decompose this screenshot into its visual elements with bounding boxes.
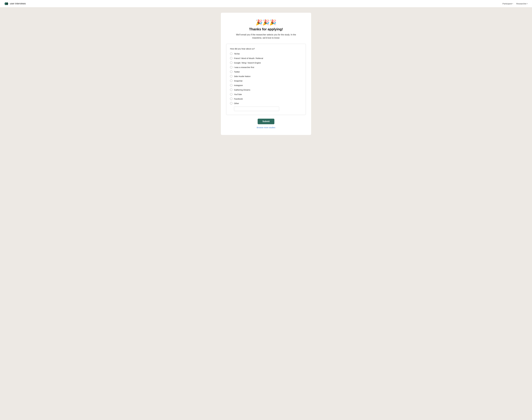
radio-label: Other — [234, 102, 239, 105]
radio-input-tiktok[interactable] — [230, 53, 232, 55]
radio-input-facebook[interactable] — [230, 98, 232, 100]
nav-right: Participant ▾ Researcher ▾ — [502, 2, 528, 5]
radio-input-snapchat[interactable] — [230, 79, 232, 82]
radio-option[interactable]: Google / Bing / Search Engine — [230, 61, 302, 64]
radio-input-youtube[interactable] — [230, 93, 232, 95]
radio-label: Facebook — [234, 98, 243, 100]
navbar: user interviews Participant ▾ Researcher… — [0, 0, 532, 7]
browse-more-link[interactable]: Browse more studies — [226, 126, 306, 129]
card-header: 🎉🎉🎉 Thanks for applying! We'll email you… — [226, 19, 306, 40]
page-content: 🎉🎉🎉 Thanks for applying! We'll email you… — [0, 7, 532, 143]
radio-option[interactable]: Side Hustle Nation — [230, 75, 302, 77]
radio-option[interactable]: Snapchat — [230, 79, 302, 82]
radio-label: TikTok — [234, 53, 240, 55]
celebration-emoji: 🎉🎉🎉 — [226, 19, 306, 26]
radio-label: Instagram — [234, 84, 243, 87]
participant-label: Participant — [502, 2, 512, 5]
radio-option[interactable]: TikTok — [230, 53, 302, 55]
radio-label: Google / Bing / Search Engine — [234, 62, 261, 64]
svg-point-1 — [6, 2, 8, 5]
radio-option[interactable]: YouTube — [230, 93, 302, 95]
radio-input-instagram[interactable] — [230, 84, 232, 87]
radio-option[interactable]: I was a researcher first — [230, 66, 302, 68]
other-text-input[interactable] — [234, 106, 279, 111]
radio-input-i-was-a-researcher-first[interactable] — [230, 66, 232, 68]
radio-label: Friend / Word of Mouth / Referral — [234, 57, 263, 60]
radio-option[interactable]: Friend / Word of Mouth / Referral — [230, 57, 302, 60]
radio-option[interactable]: Twitter — [230, 71, 302, 73]
radio-input-other[interactable] — [230, 102, 232, 105]
radio-input-google-/-bing-/-search-engine[interactable] — [230, 61, 232, 64]
participant-nav-link[interactable]: Participant ▾ — [502, 2, 513, 5]
card-subtitle: We'll email you if the researcher select… — [231, 33, 301, 40]
radio-option[interactable]: Instagram — [230, 84, 302, 87]
radio-label: YouTube — [234, 93, 242, 95]
researcher-nav-link[interactable]: Researcher ▾ — [516, 2, 528, 5]
radio-options-container: TikTokFriend / Word of Mouth / ReferralG… — [230, 53, 302, 111]
main-card: 🎉🎉🎉 Thanks for applying! We'll email you… — [221, 13, 311, 135]
radio-label: I was a researcher first — [234, 66, 254, 68]
researcher-label: Researcher — [516, 2, 527, 5]
radio-label: Gathering Dreams — [234, 89, 250, 91]
survey-question: How did you hear about us? — [230, 48, 302, 50]
radio-input-side-hustle-nation[interactable] — [230, 75, 232, 77]
submit-button[interactable]: Submit — [258, 119, 274, 124]
brand-link[interactable]: user interviews — [4, 1, 26, 6]
radio-input-friend-/-word-of-mouth-/-referral[interactable] — [230, 57, 232, 60]
radio-option[interactable]: Other — [230, 102, 302, 105]
brand-name: user interviews — [10, 2, 26, 5]
researcher-chevron-icon: ▾ — [527, 3, 528, 4]
radio-option[interactable]: Gathering Dreams — [230, 89, 302, 91]
radio-label: Side Hustle Nation — [234, 75, 250, 77]
survey-box: How did you hear about us? TikTokFriend … — [226, 44, 306, 115]
radio-label: Twitter — [234, 71, 240, 73]
radio-input-gathering-dreams[interactable] — [230, 89, 232, 91]
card-title: Thanks for applying! — [226, 27, 306, 31]
brand-logo-icon — [4, 1, 9, 6]
radio-input-twitter[interactable] — [230, 71, 232, 73]
participant-chevron-icon: ▾ — [512, 3, 513, 4]
radio-label: Snapchat — [234, 80, 242, 82]
radio-option[interactable]: Facebook — [230, 98, 302, 100]
